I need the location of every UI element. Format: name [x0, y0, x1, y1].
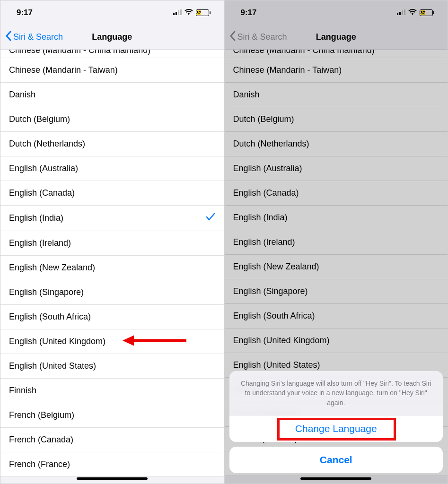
language-label: Chinese (Mandarin - Taiwan)	[233, 65, 342, 75]
status-right: 37	[173, 8, 211, 17]
status-right: 37	[397, 8, 434, 17]
language-row[interactable]: English (Ireland)	[225, 230, 448, 255]
language-row[interactable]: English (United Kingdom)	[0, 329, 224, 354]
language-label: Dutch (Netherlands)	[233, 139, 309, 149]
language-row[interactable]: Danish	[0, 83, 224, 107]
action-sheet: Changing Siri's language will also turn …	[229, 371, 443, 473]
back-label: Siri & Search	[13, 32, 63, 42]
language-row[interactable]: Chinese (Mandarin - Taiwan)	[225, 58, 448, 83]
language-label: Chinese (Mandarin - China mainland)	[9, 50, 150, 55]
wifi-icon	[184, 8, 193, 17]
language-label: English (New Zealand)	[233, 262, 319, 272]
cancel-button[interactable]: Cancel	[229, 447, 443, 473]
language-label: French (Canada)	[9, 435, 73, 445]
battery-icon: 37	[196, 9, 211, 16]
language-label: Dutch (Belgium)	[233, 114, 294, 124]
language-label: English (New Zealand)	[9, 263, 95, 273]
sheet-main: Changing Siri's language will also turn …	[229, 371, 443, 442]
language-label: English (Canada)	[9, 188, 75, 198]
status-time: 9:17	[17, 8, 33, 17]
language-row[interactable]: English (United States)	[0, 354, 224, 379]
language-row[interactable]: French (Canada)	[0, 428, 224, 452]
svg-rect-2	[178, 10, 179, 15]
sheet-message: Changing Siri's language will also turn …	[229, 371, 443, 415]
language-row[interactable]: Dutch (Belgium)	[0, 107, 224, 132]
language-label: French (France)	[9, 459, 70, 469]
language-row[interactable]: English (Singapore)	[0, 280, 224, 305]
home-indicator[interactable]	[300, 477, 371, 480]
back-button[interactable]: Siri & Search	[0, 31, 63, 43]
back-label: Siri & Search	[237, 32, 287, 42]
annotation-arrow	[123, 332, 189, 351]
language-label: Danish	[233, 90, 260, 100]
phone-left: 9:17 37 Siri & Search Language Chinese (…	[0, 0, 224, 484]
language-row[interactable]: English (Australia)	[225, 156, 448, 181]
language-row[interactable]: English (Singapore)	[225, 279, 448, 304]
language-row[interactable]: English (New Zealand)	[225, 255, 448, 279]
status-bar: 9:17 37	[0, 0, 224, 25]
chevron-left-icon	[229, 31, 236, 43]
back-button[interactable]: Siri & Search	[225, 31, 287, 43]
language-label: English (Australia)	[9, 164, 78, 173]
battery-icon: 37	[420, 9, 434, 16]
language-row[interactable]: English (Canada)	[0, 181, 224, 206]
language-label: Chinese (Mandarin - China mainland)	[233, 50, 375, 55]
svg-rect-8	[402, 10, 403, 15]
svg-rect-3	[180, 9, 182, 15]
language-label: English (United Kingdom)	[9, 337, 105, 346]
language-label: English (South Africa)	[233, 311, 315, 321]
language-row[interactable]: Danish	[225, 83, 448, 107]
page-title: Language	[316, 32, 356, 42]
language-label: Dutch (Netherlands)	[9, 139, 85, 149]
language-label: Dutch (Belgium)	[9, 114, 70, 124]
cellular-icon	[173, 8, 182, 17]
language-row[interactable]: English (South Africa)	[0, 305, 224, 329]
language-row[interactable]: English (Ireland)	[0, 231, 224, 256]
language-row[interactable]: Finnish	[0, 379, 224, 403]
svg-rect-0	[173, 13, 175, 15]
chevron-left-icon	[5, 31, 11, 43]
language-label: English (Australia)	[233, 164, 302, 173]
language-row[interactable]: French (France)	[0, 452, 224, 477]
language-label: English (Ireland)	[233, 237, 295, 247]
language-label: English (Singapore)	[9, 287, 84, 297]
language-row[interactable]: Dutch (Belgium)	[225, 107, 448, 132]
change-language-button[interactable]: Change Language	[229, 415, 443, 442]
language-label: English (Ireland)	[9, 238, 71, 248]
language-list[interactable]: Chinese (Mandarin - China mainland)Chine…	[0, 50, 224, 477]
home-indicator[interactable]	[77, 477, 148, 480]
language-row[interactable]: English (India)	[225, 206, 448, 230]
language-row[interactable]: English (Canada)	[225, 181, 448, 206]
language-label: French (Belgium)	[9, 410, 74, 420]
page-title: Language	[92, 32, 132, 42]
cellular-icon	[397, 8, 405, 17]
svg-rect-1	[176, 12, 177, 15]
language-label: English (United Kingdom)	[233, 336, 330, 346]
language-row[interactable]: Chinese (Mandarin - Taiwan)	[0, 58, 224, 83]
language-label: Chinese (Mandarin - Taiwan)	[9, 65, 118, 75]
language-row[interactable]: English (India)	[0, 206, 224, 231]
language-row[interactable]: English (New Zealand)	[0, 256, 224, 280]
language-row[interactable]: English (Australia)	[0, 156, 224, 181]
language-row[interactable]: French (Belgium)	[0, 403, 224, 428]
wifi-icon	[408, 8, 417, 17]
language-row[interactable]: Chinese (Mandarin - China mainland)	[0, 50, 224, 58]
language-label: English (Singapore)	[233, 286, 308, 296]
svg-marker-5	[123, 335, 134, 346]
language-label: Finnish	[9, 386, 36, 396]
svg-rect-6	[397, 13, 398, 15]
language-label: English (India)	[9, 213, 63, 223]
language-row[interactable]: English (United Kingdom)	[225, 328, 448, 353]
language-label: English (South Africa)	[9, 312, 91, 322]
language-row[interactable]: English (South Africa)	[225, 304, 448, 328]
language-label: Danish	[9, 90, 35, 100]
language-row[interactable]: Chinese (Mandarin - China mainland)	[225, 50, 448, 58]
checkmark-icon	[206, 213, 215, 224]
language-row[interactable]: Dutch (Netherlands)	[0, 132, 224, 156]
language-label: English (United States)	[9, 361, 96, 371]
language-row[interactable]: Dutch (Netherlands)	[225, 132, 448, 156]
nav-bar: Siri & Search Language	[225, 25, 448, 50]
svg-rect-7	[399, 12, 401, 15]
language-label: English (Canada)	[233, 188, 299, 198]
status-time: 9:17	[241, 8, 257, 17]
